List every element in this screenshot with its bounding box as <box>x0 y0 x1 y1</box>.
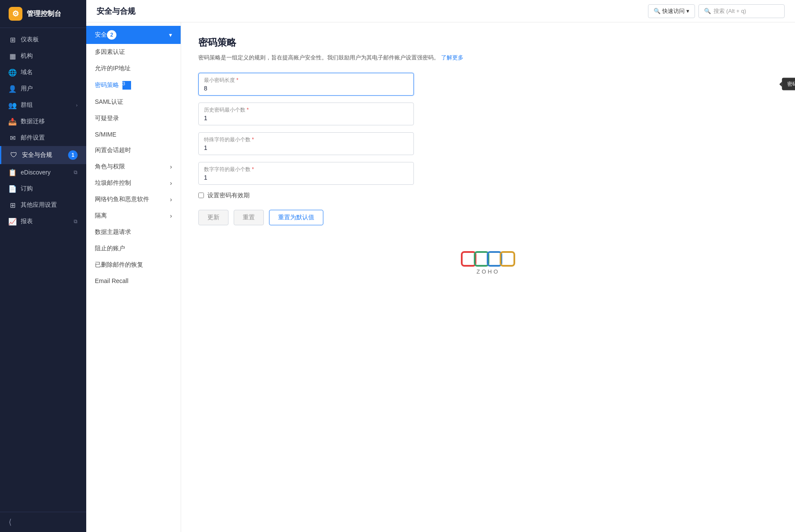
main-panel: 密码策略 密码策略是一组定义的规则，旨在提高账户安全性。我们鼓励用户为其电子邮件… <box>181 22 795 532</box>
update-button[interactable]: 更新 <box>198 210 228 225</box>
learn-more-link[interactable]: 了解更多 <box>441 54 463 61</box>
nav-item-label: SAML认证 <box>95 98 123 105</box>
nav-item-mfa[interactable]: 多因素认证 <box>86 44 181 60</box>
nav-item-phishing[interactable]: 网络钓鱼和恶意软件 › <box>86 191 181 208</box>
arrow-right-icon: › <box>170 212 172 219</box>
sidebar-item-label: 安全与合规 <box>22 151 52 159</box>
nav-item-label: 阻止的账户 <box>95 245 125 252</box>
sidebar-item-dashboard[interactable]: ⊞ 仪表板 <box>0 31 86 48</box>
nav-item-email-recall[interactable]: Email Recall <box>86 273 181 289</box>
external-icon: ⧉ <box>74 169 78 175</box>
nav-item-label: 闲置会话超时 <box>95 146 131 153</box>
app-logo: ⚙ 管理控制台 <box>0 0 86 28</box>
ediscovery-icon: 📋 <box>9 168 16 176</box>
other-settings-icon: ⊞ <box>9 201 16 209</box>
min-length-input[interactable] <box>204 85 408 92</box>
sidebar-item-data-migration[interactable]: 📥 数据迁移 <box>0 113 86 130</box>
domain-icon: 🌐 <box>9 68 16 76</box>
history-min-input[interactable] <box>204 115 408 121</box>
nav-item-data-subject[interactable]: 数据主题请求 <box>86 224 181 240</box>
nav-item-roles-permissions[interactable]: 角色与权限 › <box>86 159 181 175</box>
sidebar-bottom: ⟨ <box>0 512 86 532</box>
nav-item-label: 已删除邮件的恢复 <box>95 261 143 268</box>
search-box[interactable]: 🔍 搜索 (Alt + q) <box>698 4 785 18</box>
reset-button[interactable]: 重置 <box>234 210 264 225</box>
nav-item-label: 可疑登录 <box>95 115 119 121</box>
sidebar-nav: ⊞ 仪表板 ▦ 机构 🌐 域名 👤 用户 👥 群组 › 📥 数据迁移 ✉ 邮件设… <box>0 28 86 512</box>
users-icon: 👤 <box>9 85 16 93</box>
numeric-chars-group: 数字字符的最小个数 * <box>198 162 778 185</box>
external-icon-reports: ⧉ <box>74 218 78 224</box>
sidebar-item-ediscovery[interactable]: 📋 eDiscovery ⧉ <box>0 164 86 180</box>
sidebar-item-mail-settings[interactable]: ✉ 邮件设置 <box>0 130 86 146</box>
nav-item-blocked-accounts[interactable]: 阻止的账户 <box>86 240 181 257</box>
sidebar-item-users[interactable]: 👤 用户 <box>0 81 86 97</box>
numeric-chars-input-wrapper: 数字字符的最小个数 * <box>198 162 414 185</box>
sidebar-item-label: 数据迁移 <box>21 118 45 125</box>
zoho-text: ZOHO <box>476 268 500 275</box>
sidebar-item-security[interactable]: 🛡 安全与合规 1 <box>0 146 86 164</box>
arrow-right-icon: › <box>170 180 172 187</box>
min-length-tooltip: 密码最小应为8字符 <box>782 78 795 90</box>
special-chars-label: 特殊字符的最小个数 * <box>204 136 408 143</box>
search-placeholder: 搜索 (Alt + q) <box>714 7 746 15</box>
section-badge: 2 <box>107 30 116 40</box>
numeric-chars-input[interactable] <box>204 174 408 181</box>
history-min-label: 历史密码最小个数 * <box>204 106 408 114</box>
sidebar-item-label: 域名 <box>21 68 33 76</box>
special-chars-group: 特殊字符的最小个数 * <box>198 132 778 155</box>
sidebar-item-label: 群组 <box>21 101 33 109</box>
zoho-logo-area: ZOHO <box>198 251 778 275</box>
nav-item-label: 多因素认证 <box>95 48 125 55</box>
password-policy-badge: 3 <box>122 81 131 90</box>
sidebar-item-label: 仪表板 <box>21 36 39 44</box>
quick-access-button[interactable]: 🔍 快速访问 ▾ <box>648 4 695 18</box>
secondary-nav: 安全 2 ▾ 多因素认证 允许的IP地址 密码策略 3 SAML认证 可疑登录 <box>86 22 181 532</box>
sidebar-item-groups[interactable]: 👥 群组 › <box>0 97 86 113</box>
nav-item-idle-timeout[interactable]: 闲置会话超时 <box>86 142 181 159</box>
sidebar-item-domain[interactable]: 🌐 域名 <box>0 64 86 81</box>
nav-item-suspicious-login[interactable]: 可疑登录 <box>86 110 181 127</box>
arrow-icon: › <box>76 103 78 108</box>
topbar-search: 🔍 快速访问 ▾ 🔍 搜索 (Alt + q) <box>648 4 785 18</box>
nav-item-label: 密码策略 <box>95 81 119 89</box>
nav-item-allowed-ip[interactable]: 允许的IP地址 <box>86 60 181 77</box>
nav-item-label: 允许的IP地址 <box>95 65 131 72</box>
panel-title: 密码策略 <box>198 36 778 49</box>
sidebar-item-organization[interactable]: ▦ 机构 <box>0 48 86 64</box>
section-label: 安全 <box>95 31 107 39</box>
sidebar-item-subscription[interactable]: 📄 订购 <box>0 180 86 197</box>
nav-item-deleted-mail-recovery[interactable]: 已删除邮件的恢复 <box>86 257 181 273</box>
nav-item-spam-control[interactable]: 垃圾邮件控制 › <box>86 175 181 191</box>
quick-access-label: 快速访问 <box>662 7 685 15</box>
sidebar-item-label: 其他应用设置 <box>21 201 57 209</box>
sidebar-item-other-settings[interactable]: ⊞ 其他应用设置 <box>0 197 86 213</box>
dashboard-icon: ⊞ <box>9 36 16 44</box>
expiry-checkbox[interactable] <box>198 193 204 198</box>
content-area: 安全 2 ▾ 多因素认证 允许的IP地址 密码策略 3 SAML认证 可疑登录 <box>86 22 795 532</box>
expiry-label[interactable]: 设置密码有效期 <box>207 192 250 199</box>
special-chars-input[interactable] <box>204 144 408 151</box>
nav-item-smime[interactable]: S/MIME <box>86 127 181 142</box>
nav-item-label: 隔离 <box>95 212 107 220</box>
chevron-down-icon: ▾ <box>169 31 172 38</box>
panel-description: 密码策略是一组定义的规则，旨在提高账户安全性。我们鼓励用户为其电子邮件账户设置强… <box>198 53 778 62</box>
sidebar-item-label: 订购 <box>21 185 33 193</box>
reset-to-default-button[interactable]: 重置为默认值 <box>269 210 323 225</box>
nav-section-security[interactable]: 安全 2 ▾ <box>86 26 181 44</box>
sidebar: ⚙ 管理控制台 ⊞ 仪表板 ▦ 机构 🌐 域名 👤 用户 👥 群组 › 📥 数据… <box>0 0 86 532</box>
button-row: 更新 重置 重置为默认值 <box>198 210 778 225</box>
organization-icon: ▦ <box>9 52 16 60</box>
mail-icon: ✉ <box>9 134 16 142</box>
nav-item-quarantine[interactable]: 隔离 › <box>86 208 181 224</box>
collapse-icon[interactable]: ⟨ <box>9 517 12 527</box>
arrow-right-icon: › <box>170 196 172 203</box>
nav-item-label: 角色与权限 <box>95 163 125 171</box>
nav-item-label: 网络钓鱼和恶意软件 <box>95 196 149 203</box>
special-chars-input-wrapper: 特殊字符的最小个数 * <box>198 132 414 155</box>
logo-icon: ⚙ <box>9 7 22 21</box>
sidebar-item-reports[interactable]: 📈 报表 ⧉ <box>0 213 86 230</box>
nav-item-password-policy[interactable]: 密码策略 3 <box>86 77 181 94</box>
nav-item-saml[interactable]: SAML认证 <box>86 94 181 110</box>
search-icon-2: 🔍 <box>704 8 711 14</box>
